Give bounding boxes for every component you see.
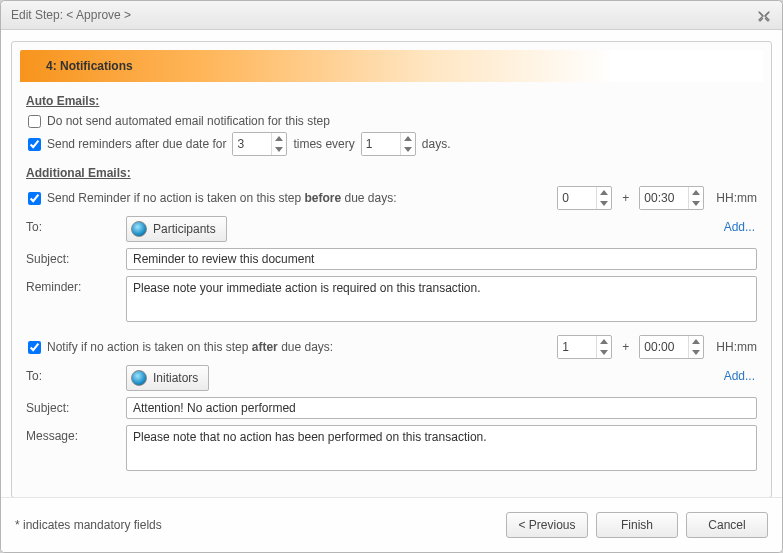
- after-to-chip[interactable]: Initiators: [126, 365, 209, 391]
- before-days-input[interactable]: [558, 187, 596, 209]
- after-subject-label: Subject:: [26, 397, 120, 415]
- before-to-chip[interactable]: Participants: [126, 216, 227, 242]
- after-add-link[interactable]: Add...: [724, 365, 757, 383]
- before-time-input[interactable]: [640, 187, 688, 209]
- previous-button[interactable]: < Previous: [506, 512, 588, 538]
- before-add-link[interactable]: Add...: [724, 216, 757, 234]
- chevron-down-icon[interactable]: [597, 347, 611, 358]
- chevron-up-icon[interactable]: [401, 133, 415, 144]
- send-reminders-checkbox[interactable]: [28, 138, 41, 151]
- edit-step-dialog: Edit Step: < Approve > 4: Notifications …: [0, 0, 783, 553]
- reminders-every-stepper[interactable]: [361, 132, 416, 156]
- chevron-up-icon[interactable]: [597, 187, 611, 198]
- mandatory-note: * indicates mandatory fields: [15, 518, 162, 532]
- finish-button[interactable]: Finish: [596, 512, 678, 538]
- auto-emails-heading: Auto Emails:: [26, 94, 757, 108]
- titlebar: Edit Step: < Approve >: [1, 1, 782, 30]
- reminders-times-input[interactable]: [233, 133, 271, 155]
- before-reminder-label: Send Reminder if no action is taken on t…: [47, 191, 397, 205]
- chevron-down-icon[interactable]: [689, 347, 703, 358]
- send-reminders-mid: times every: [293, 137, 354, 151]
- after-subject-input[interactable]: [126, 397, 757, 419]
- content-area: Auto Emails: Do not send automated email…: [12, 86, 771, 492]
- before-subject-input[interactable]: [126, 248, 757, 270]
- after-time-input[interactable]: [640, 336, 688, 358]
- chevron-down-icon[interactable]: [272, 144, 286, 155]
- dialog-footer: * indicates mandatory fields < Previous …: [1, 497, 782, 552]
- chevron-down-icon[interactable]: [689, 198, 703, 209]
- after-notify-label: Notify if no action is taken on this ste…: [47, 340, 333, 354]
- chevron-up-icon[interactable]: [689, 336, 703, 347]
- before-time-unit: HH:mm: [716, 191, 757, 205]
- send-reminders-suffix: days.: [422, 137, 451, 151]
- send-reminders-prefix: Send reminders after due date for: [47, 137, 226, 151]
- after-time-unit: HH:mm: [716, 340, 757, 354]
- dialog-body: 4: Notifications Auto Emails: Do not sen…: [11, 41, 772, 498]
- section-header: 4: Notifications: [20, 50, 763, 82]
- window-title: Edit Step: < Approve >: [11, 1, 131, 29]
- additional-emails-heading: Additional Emails:: [26, 166, 757, 180]
- chevron-down-icon[interactable]: [597, 198, 611, 209]
- before-to-label: To:: [26, 216, 120, 234]
- before-plus: +: [622, 191, 629, 205]
- reminders-times-stepper[interactable]: [232, 132, 287, 156]
- chevron-down-icon[interactable]: [401, 144, 415, 155]
- cancel-button[interactable]: Cancel: [686, 512, 768, 538]
- globe-icon: [131, 221, 147, 237]
- close-icon[interactable]: [756, 7, 772, 23]
- reminders-every-input[interactable]: [362, 133, 400, 155]
- before-body-label: Reminder:: [26, 276, 120, 294]
- before-days-stepper[interactable]: [557, 186, 612, 210]
- after-body-label: Message:: [26, 425, 120, 443]
- after-days-input[interactable]: [558, 336, 596, 358]
- after-body-textarea[interactable]: Please note that no action has been perf…: [126, 425, 757, 471]
- after-plus: +: [622, 340, 629, 354]
- chevron-up-icon[interactable]: [272, 133, 286, 144]
- chevron-up-icon[interactable]: [689, 187, 703, 198]
- chevron-up-icon[interactable]: [597, 336, 611, 347]
- after-notify-checkbox[interactable]: [28, 341, 41, 354]
- before-time-stepper[interactable]: [639, 186, 704, 210]
- no-auto-email-checkbox[interactable]: [28, 115, 41, 128]
- no-auto-email-label: Do not send automated email notification…: [47, 114, 330, 128]
- globe-icon: [131, 370, 147, 386]
- after-to-label: To:: [26, 365, 120, 383]
- before-body-textarea[interactable]: Please note your immediate action is req…: [126, 276, 757, 322]
- after-time-stepper[interactable]: [639, 335, 704, 359]
- before-subject-label: Subject:: [26, 248, 120, 266]
- before-reminder-checkbox[interactable]: [28, 192, 41, 205]
- after-days-stepper[interactable]: [557, 335, 612, 359]
